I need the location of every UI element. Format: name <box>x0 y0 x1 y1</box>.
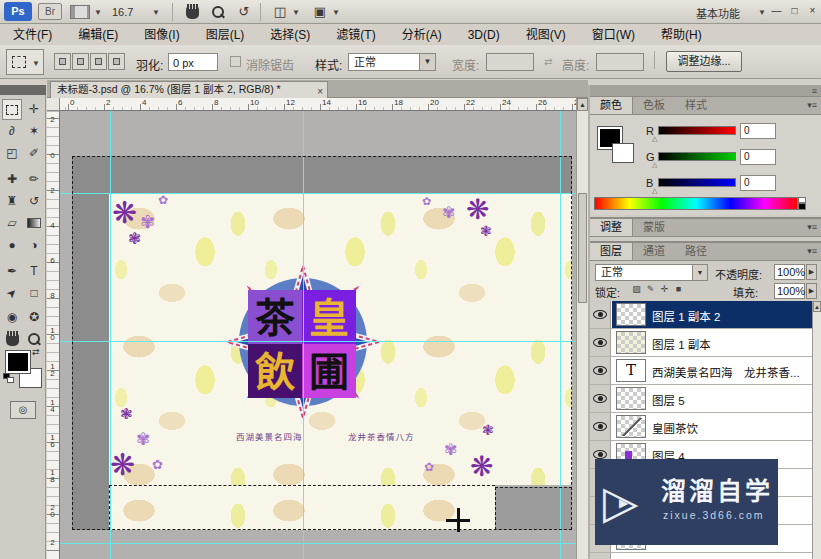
visibility-toggle[interactable] <box>590 413 611 440</box>
channel-r-slider[interactable] <box>658 126 736 135</box>
toolbox-header[interactable] <box>0 85 46 95</box>
text-layer-thumbnail[interactable]: T <box>616 359 646 382</box>
screen-mode-dropdown-icon[interactable]: ▼ <box>332 8 340 17</box>
layer-thumbnail[interactable] <box>616 331 646 354</box>
tab-close-icon[interactable]: × <box>317 84 323 98</box>
menu-file[interactable]: 文件(F) <box>0 25 65 45</box>
tool-path-selection[interactable]: ➤ <box>0 279 26 308</box>
layer-name[interactable]: 西湖美景名四海 龙井茶香... <box>652 364 800 380</box>
selection-mode-subtract-button[interactable] <box>90 53 107 70</box>
hand-tool-icon[interactable] <box>182 4 202 20</box>
style-dropdown-icon[interactable]: ▼ <box>419 54 435 70</box>
refine-edge-button[interactable]: 调整边缘... <box>666 51 742 72</box>
menu-view[interactable]: 视图(V) <box>513 25 579 45</box>
tool-magic-wand[interactable]: ✶ <box>24 121 44 142</box>
adjustments-menu-icon[interactable]: ▾≡ <box>807 222 817 232</box>
layer-name[interactable]: 图层 5 <box>652 392 685 408</box>
tool-rectangle-shape[interactable]: □ <box>24 283 44 304</box>
feather-input[interactable]: 0 px <box>168 53 218 71</box>
selection-mode-add-button[interactable] <box>72 53 89 70</box>
tool-eyedropper[interactable]: ✐ <box>24 143 44 164</box>
guide-horizontal-3[interactable] <box>60 543 576 544</box>
blend-dropdown-icon[interactable]: ▼ <box>692 265 707 280</box>
panel-background-swatch[interactable] <box>612 143 634 163</box>
menu-help[interactable]: 帮助(H) <box>648 25 715 45</box>
arrange-dropdown-icon[interactable]: ▼ <box>292 8 300 17</box>
foreground-color-swatch[interactable] <box>6 351 30 373</box>
arrange-documents-icon[interactable]: ◫ <box>270 4 290 20</box>
opacity-spinner-icon[interactable]: ▶ <box>806 264 817 280</box>
minimize-button[interactable]: — <box>768 4 785 19</box>
tool-hand[interactable] <box>2 329 22 350</box>
menu-edit[interactable]: 编辑(E) <box>65 25 131 45</box>
workspace-dropdown-icon[interactable]: ▼ <box>758 8 766 17</box>
layers-scrollbar-up-icon[interactable]: ▲ <box>813 301 821 312</box>
channel-r-value[interactable]: 0 <box>740 123 776 139</box>
document-tab[interactable]: 未标题-3.psd @ 16.7% (图层 1 副本 2, RGB/8) * × <box>50 81 328 98</box>
collapse-panels-icon[interactable]: ≡ <box>812 86 817 96</box>
channel-g-value[interactable]: 0 <box>740 149 776 165</box>
spectrum-black-swatch[interactable] <box>798 203 806 210</box>
selection-mode-intersect-button[interactable] <box>108 53 125 70</box>
layer-row[interactable]: 图层 1 副本 <box>590 329 821 357</box>
menu-analysis[interactable]: 分析(A) <box>389 25 455 45</box>
menu-layer[interactable]: 图层(L) <box>193 25 258 45</box>
launcher-dropdown-icon[interactable]: ▼ <box>94 8 102 17</box>
layer-thumbnail[interactable] <box>616 387 646 410</box>
layers-scrollbar[interactable]: ▲ <box>812 301 821 559</box>
default-colors-icon[interactable] <box>3 373 14 383</box>
tool-history-brush[interactable]: ↺ <box>24 191 44 212</box>
tool-gradient[interactable] <box>24 213 44 234</box>
channel-b-slider[interactable] <box>658 178 736 187</box>
tool-3d-orbit[interactable]: ✪ <box>24 307 44 328</box>
channel-g-slider[interactable] <box>658 152 736 161</box>
channel-b-value[interactable]: 0 <box>740 175 776 191</box>
tool-3d-rotate[interactable]: ◉ <box>2 307 22 328</box>
menu-3d[interactable]: 3D(D) <box>455 25 513 45</box>
workspace-switcher[interactable]: 基本功能 <box>696 5 740 21</box>
menu-window[interactable]: 窗口(W) <box>579 25 648 45</box>
tab-swatches[interactable]: 色板 <box>633 97 675 114</box>
menu-filter[interactable]: 滤镜(T) <box>323 25 388 45</box>
selection-mode-new-button[interactable] <box>54 53 71 70</box>
quick-mask-button[interactable]: ◎ <box>10 401 36 419</box>
fill-value[interactable]: 100% <box>774 283 805 299</box>
launcher-icon[interactable] <box>70 5 90 19</box>
layer-row[interactable]: 皇圃茶饮 <box>590 413 821 441</box>
scrollbar-thumb[interactable] <box>578 193 587 303</box>
layers-menu-icon[interactable]: ▾≡ <box>807 246 817 256</box>
swap-colors-icon[interactable]: ⇄ <box>32 347 40 357</box>
tool-eraser[interactable]: ▱ <box>2 213 22 234</box>
tool-lasso[interactable]: ∂ <box>2 121 22 142</box>
antialias-checkbox[interactable] <box>230 56 241 67</box>
scrollbar-up-icon[interactable]: ▲ <box>577 98 588 111</box>
rotate-view-icon[interactable]: ↺ <box>234 4 254 20</box>
tool-brush[interactable]: ✏ <box>24 169 44 190</box>
lock-transparency-icon[interactable]: ▨ <box>630 283 643 296</box>
layer-name[interactable]: 图层 1 副本 2 <box>652 308 720 324</box>
tool-crop[interactable]: ◰ <box>2 143 22 164</box>
layer-name[interactable]: 图层 1 副本 <box>652 336 711 352</box>
tool-type[interactable]: T <box>24 261 44 282</box>
tab-masks[interactable]: 蒙版 <box>633 219 675 236</box>
tool-dodge[interactable]: ◑ <box>24 235 44 256</box>
layer-thumbnail[interactable] <box>616 303 646 326</box>
tool-preset-picker[interactable]: ▼ <box>6 49 44 75</box>
opacity-value[interactable]: 100% <box>774 264 805 280</box>
tool-blur[interactable]: ● <box>2 235 22 256</box>
bridge-button[interactable]: Br <box>38 3 62 20</box>
tab-color[interactable]: 颜色 <box>590 97 633 114</box>
layer-row[interactable]: T 西湖美景名四海 龙井茶香... <box>590 357 821 385</box>
zoom-level-dropdown-icon[interactable]: ▼ <box>152 8 160 17</box>
layer-row[interactable] <box>590 553 821 559</box>
tool-rectangular-marquee[interactable] <box>2 99 22 120</box>
tool-clone-stamp[interactable]: ♜ <box>2 191 22 212</box>
fill-spinner-icon[interactable]: ▶ <box>806 283 817 299</box>
tab-paths[interactable]: 路径 <box>675 243 717 260</box>
tool-move[interactable]: ✛ <box>24 99 44 120</box>
screen-mode-icon[interactable]: ▣ <box>310 4 330 20</box>
menu-select[interactable]: 选择(S) <box>257 25 323 45</box>
maximize-button[interactable]: □ <box>786 4 803 19</box>
visibility-toggle[interactable] <box>590 329 611 356</box>
layer-row[interactable]: 图层 5 <box>590 385 821 413</box>
